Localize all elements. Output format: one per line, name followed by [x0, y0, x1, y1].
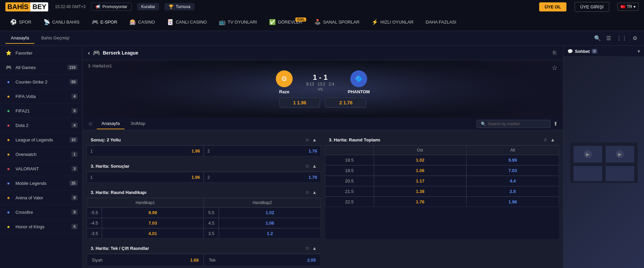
sidebar-item-valorant[interactable]: ● VALORANT 3 [0, 162, 82, 176]
sidebar-dota2-label: Dota 2 [16, 123, 68, 128]
market-sonuc-star[interactable]: ☆ [305, 137, 310, 142]
market-raund-collapse[interactable]: ▲ [550, 137, 555, 142]
nav-item-sanal[interactable]: 🕹️ SANAL SPORLAR [310, 17, 364, 27]
team1-logo: ⚙ [276, 70, 293, 87]
language-button[interactable]: 🇹🇷 TR ▾ [617, 3, 639, 11]
tek-cift-siyah[interactable]: Siyah 1.68 [87, 254, 204, 266]
tournament-button[interactable]: 🏆 Turnuva [165, 3, 195, 10]
video-placeholder: ▶ ▶ [563, 57, 644, 268]
nav-item-casino[interactable]: 🎰 CASINO [125, 17, 160, 27]
raund-alt-22.5[interactable]: 1.96 [466, 197, 559, 207]
raund-alt-21.5[interactable]: 2.8 [466, 186, 559, 197]
market-harita-sonuc-collapse[interactable]: ▲ [312, 163, 317, 169]
sidebar-item-lol[interactable]: ● League of Legends 10 [0, 133, 82, 147]
raund-ust-18.5[interactable]: 1.02 [374, 155, 467, 165]
sec-nav-anasayfa[interactable]: Anasayfa [5, 33, 34, 44]
chat-header[interactable]: 💬 Sohbet 0 ▾ [563, 46, 644, 57]
sidebar-item-crossfire[interactable]: ● Crossfire 9 [0, 205, 82, 220]
collapse-all-button[interactable]: ⬆ [553, 121, 558, 127]
nav-item-canli[interactable]: 📡 CANLI BAHİS [39, 17, 84, 27]
sidebar-item-overwatch[interactable]: ● Overwatch 1 [0, 147, 82, 162]
nav-item-hizli[interactable]: ⚡ HIZLI OYUNLAR [367, 17, 418, 27]
raund-ust-22.5[interactable]: 1.76 [374, 197, 467, 207]
harita-odd2[interactable]: 2 1.76 [204, 172, 321, 183]
favorite-match-button[interactable]: ☆ [552, 64, 558, 72]
sidebar-item-all-games[interactable]: 🎮 All Games 216 [0, 60, 82, 75]
h2-val-3[interactable]: 1.2 [219, 228, 321, 239]
score-d2: 13:2 [317, 82, 325, 87]
raund-ust-20.5[interactable]: 1.17 [374, 176, 467, 186]
h1-val-1[interactable]: 9.99 [102, 207, 204, 218]
chat-expand-icon[interactable]: ▾ [638, 48, 640, 54]
market-raund-star[interactable]: ☆ [543, 137, 548, 142]
raund-alt-19.5[interactable]: 7.03 [466, 165, 559, 176]
sec-nav-gecmis-label: Bahis Geçmişi [41, 35, 69, 40]
handicap-col2-header: Handikap2 [204, 198, 321, 207]
sidebar-item-mobile-legends[interactable]: ● Mobile Legends 25 [0, 176, 82, 191]
nav-item-gorevler[interactable]: ✅ GÖREVLER ÖZEL [264, 17, 307, 27]
market-tek-cift-collapse[interactable]: ▲ [312, 245, 317, 251]
team2-block: 🔷 PHANTOM [348, 70, 370, 94]
market-sonuc-collapse[interactable]: ▲ [312, 137, 317, 142]
h1-val-2[interactable]: 7.03 [102, 218, 204, 228]
nav-item-esport[interactable]: 🎮 E-SPOR [87, 17, 122, 27]
market-search-box[interactable]: 🔍 Search by market [476, 120, 551, 128]
nav-item-tv[interactable]: 📺 TV OYUNLARI [214, 17, 262, 27]
market-sonuc-header: Sonuç: 2 Yollu ☆ ▲ [87, 134, 321, 145]
market-handicap-star[interactable]: ☆ [305, 190, 310, 195]
arena-count: 8 [71, 195, 78, 200]
list-view-button[interactable]: ☰ [605, 34, 612, 43]
main-layout: ⭐ Favoriler 🎮 All Games 216 ● Counter-St… [0, 46, 644, 268]
nav-item-spor[interactable]: ⚽ SPOR [5, 17, 36, 27]
odd1-button[interactable]: 1 1.96 [280, 98, 320, 108]
h2-val-1[interactable]: 1.02 [219, 207, 321, 218]
sidebar-item-fifa21[interactable]: ● FIFA21 9 [0, 104, 82, 118]
raund-alt-20.5[interactable]: 4.4 [466, 176, 559, 186]
market-tek-cift-star[interactable]: ☆ [305, 245, 310, 251]
tab-3rdmap[interactable]: 3rdMap [126, 118, 150, 129]
copy-button[interactable]: ⎘ [552, 48, 558, 57]
h2-val-2[interactable]: 1.06 [219, 218, 321, 228]
tek-cift-tek[interactable]: Tek 2.05 [204, 254, 321, 266]
settings-button[interactable]: ⚙ [631, 34, 639, 43]
sidebar-item-favoriler[interactable]: ⭐ Favoriler [0, 46, 82, 60]
fifa-volta-icon: ● [5, 93, 12, 100]
sidebar: ⭐ Favoriler 🎮 All Games 216 ● Counter-St… [0, 46, 83, 268]
raund-alt-18.5[interactable]: 9.99 [466, 155, 559, 165]
sidebar-lol-label: League of Legends [16, 137, 66, 142]
raund-ust-21.5[interactable]: 1.38 [374, 186, 467, 197]
grid-view-button[interactable]: ⋮⋮ [615, 34, 628, 43]
handicap-row-1-inner: -5.5 9.99 [87, 207, 204, 218]
sonuc-odd1[interactable]: 1 1.96 [87, 145, 204, 157]
login-button[interactable]: ÜYE GİRİŞİ [575, 2, 609, 12]
rules-button[interactable]: Kurallar [137, 3, 159, 10]
promo-label: Promosyonlar [103, 4, 127, 9]
nav-item-canli-casino[interactable]: 🃏 CANLI CASINO [162, 17, 211, 27]
promo-button[interactable]: 📢 Promosyonlar [91, 3, 132, 11]
h1-val-3[interactable]: 4.01 [102, 228, 204, 239]
sidebar-item-fifa-volta[interactable]: ● FIFA.Volta 4 [0, 89, 82, 104]
market-harita-sonuc-star[interactable]: ☆ [305, 163, 310, 169]
sidebar-item-arena-of-valor[interactable]: ● Arena of Valor 8 [0, 191, 82, 205]
h2-label-2: 4.5 [204, 218, 219, 228]
back-button[interactable]: ‹ [88, 49, 90, 57]
gorev-badge: ÖZEL [295, 18, 306, 22]
handicap-row-3-inner2: 3.5 1.2 [204, 228, 321, 239]
sidebar-item-dota2[interactable]: ● Dota 2 4 [0, 118, 82, 133]
register-button[interactable]: ÜYE OL [539, 2, 566, 11]
market-raund-toplam: 3. Harita: Raund Toplamı ☆ ▲ Üst Alt 18.… [325, 134, 559, 239]
score-detail: 9:13 13:2 2:4 [306, 82, 334, 87]
tab-favorite-star[interactable]: ☆ [88, 121, 93, 127]
search-button[interactable]: 🔍 [593, 34, 602, 43]
nav-bar: ⚽ SPOR 📡 CANLI BAHİS 🎮 E-SPOR 🎰 CASINO 🃏… [0, 13, 644, 31]
nav-item-daha[interactable]: DAHA FAZLASI [421, 18, 461, 27]
raund-ust-19.5[interactable]: 1.06 [374, 165, 467, 176]
tab-anasayfa[interactable]: Anasayfa [97, 118, 124, 129]
market-handicap-collapse[interactable]: ▲ [312, 190, 317, 195]
sonuc-odd2[interactable]: 2 1.76 [204, 145, 321, 157]
sidebar-item-csgo[interactable]: ● Counter-Strike 2 69 [0, 75, 82, 89]
sec-nav-gecmis[interactable]: Bahis Geçmişi [36, 33, 75, 44]
sidebar-item-honor-of-kings[interactable]: ● Honor of Kings 5 [0, 220, 82, 234]
harita-odd1[interactable]: 1 1.96 [87, 172, 204, 183]
odd2-button[interactable]: 2 1.76 [325, 98, 366, 108]
